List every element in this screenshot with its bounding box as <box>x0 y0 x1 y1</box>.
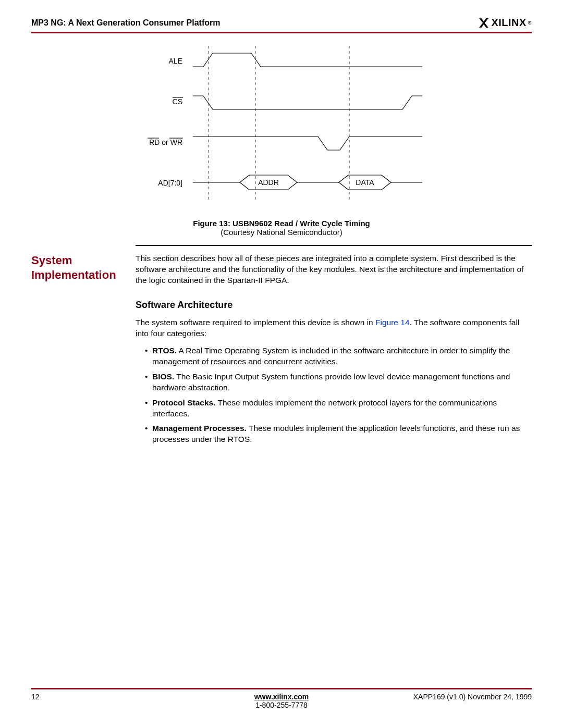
registered-mark: ® <box>528 20 532 26</box>
intro-paragraph: This section describes how all of these … <box>136 253 532 286</box>
bus-value-data: DATA <box>356 178 374 187</box>
category-list: RTOS. A Real Time Operating System is in… <box>136 346 532 445</box>
figure-caption: Figure 13: USBN9602 Read / Write Cycle T… <box>31 219 532 237</box>
signal-label-rdwr: RD or WR <box>148 138 183 146</box>
subsection-heading: Software Architecture <box>136 299 532 311</box>
footer-url-link[interactable]: www.xilinx.com <box>254 693 309 701</box>
page-footer: 12 www.xilinx.com 1-800-255-7778 XAPP169… <box>31 688 532 709</box>
list-item: BIOS. The Basic Input Output System func… <box>145 372 532 393</box>
section-rule <box>136 245 532 246</box>
xilinx-logo: XILINX ® <box>478 17 532 29</box>
figure-timing-diagram: ALE CS RD or WR AD[7:0] ADDR DATA <box>31 46 532 207</box>
signal-label-ad: AD[7:0] <box>158 179 182 187</box>
doc-title: MP3 NG: A Next Generation Consumer Platf… <box>31 18 220 28</box>
signal-label-ale: ALE <box>169 57 182 65</box>
footer-phone: 1-800-255-7778 <box>255 701 308 709</box>
svg-text:CS: CS <box>173 97 182 106</box>
section-body: This section describes how all of these … <box>136 253 532 449</box>
logo-text: XILINX <box>491 17 526 29</box>
xilinx-x-icon <box>478 17 489 29</box>
figure14-link[interactable]: Figure 14 <box>375 318 409 327</box>
signal-label-cs: CS <box>173 97 183 106</box>
list-item: RTOS. A Real Time Operating System is in… <box>145 346 532 367</box>
page-number: 12 <box>31 693 167 709</box>
software-arch-paragraph: The system software required to implemen… <box>136 317 532 339</box>
list-item: Management Processes. These modules impl… <box>145 423 532 445</box>
list-item: Protocol Stacks. These modules implement… <box>145 398 532 419</box>
svg-text:RD or WR: RD or WR <box>149 138 182 146</box>
figure-label: Figure 13: USBN9602 Read / Write Cycle T… <box>193 219 370 228</box>
section-system-implementation: System Implementation This section descr… <box>31 253 532 449</box>
page-header: MP3 NG: A Next Generation Consumer Platf… <box>31 17 532 33</box>
figure-subcaption: (Courtesy National Semiconductor) <box>221 228 342 237</box>
bus-value-addr: ADDR <box>258 178 279 187</box>
section-heading: System Implementation <box>31 253 136 449</box>
footer-meta: XAPP169 (v1.0) November 24, 1999 <box>396 693 532 709</box>
